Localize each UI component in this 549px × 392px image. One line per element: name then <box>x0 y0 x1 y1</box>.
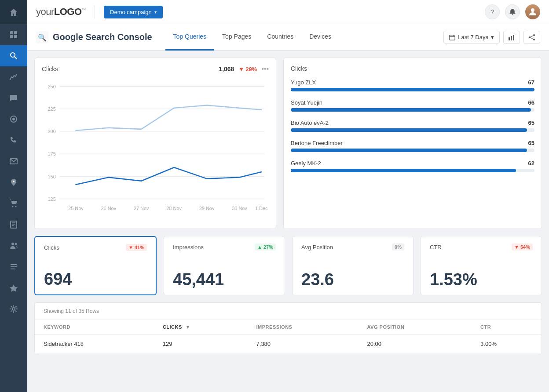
notifications-button[interactable] <box>505 4 520 19</box>
stat-value-ctr: 1.53% <box>430 271 533 288</box>
sidebar-item-chat[interactable] <box>0 87 27 109</box>
bar-fill <box>291 149 527 152</box>
campaign-button[interactable]: Demo campaign ▾ <box>104 6 163 18</box>
svg-text:27 Nov: 27 Nov <box>134 206 149 211</box>
bar-fill <box>291 128 527 132</box>
topbar: yourLOGO™ Demo campaign ▾ ? <box>27 0 549 24</box>
stat-card-avg-position[interactable]: Avg Position 0% 23.6 <box>292 236 414 295</box>
chart-card-header: Clicks 1,068 ▼ 29% ••• <box>42 65 269 73</box>
sidebar-item-seo[interactable] <box>0 109 27 130</box>
topbar-divider <box>95 5 95 18</box>
sidebar-item-location[interactable] <box>0 172 27 193</box>
sidebar-item-phone[interactable] <box>0 130 27 151</box>
svg-text:200: 200 <box>48 129 56 134</box>
svg-point-9 <box>13 181 15 182</box>
sidebar-item-dashboard[interactable] <box>0 24 27 45</box>
stat-value-avg-position: 23.6 <box>301 271 404 288</box>
stat-card-avg-position-header: Avg Position 0% <box>301 243 404 250</box>
svg-text:225: 225 <box>48 106 56 112</box>
chevron-down-icon: ▾ <box>491 34 494 40</box>
sidebar-item-cart[interactable] <box>0 193 27 214</box>
logo-text: yourLOGO™ <box>36 6 86 18</box>
bar-fill <box>291 169 516 172</box>
cell-keyword: Sidetracker 418 <box>35 334 154 354</box>
sidebar-item-report[interactable] <box>0 214 27 235</box>
svg-point-35 <box>533 39 535 40</box>
sidebar-item-settings[interactable] <box>0 298 27 319</box>
svg-marker-21 <box>10 284 18 292</box>
arrow-down-icon: ▼ <box>238 66 244 73</box>
svg-rect-26 <box>450 35 455 40</box>
stat-badge-impressions: ▲ 27% <box>255 243 276 250</box>
tab-top-queries[interactable]: Top Queries <box>165 24 214 51</box>
sub-header-right: Last 7 Days ▾ <box>443 31 540 44</box>
sidebar-item-mail[interactable] <box>0 151 27 172</box>
stat-card-clicks[interactable]: Clicks ▼ 41% 694 <box>34 236 157 295</box>
cell-impressions: 7,380 <box>248 334 359 354</box>
stat-card-impressions[interactable]: Impressions ▲ 27% 45,441 <box>164 236 285 295</box>
col-impressions: IMPRESSIONS <box>248 320 359 334</box>
tab-top-pages[interactable]: Top Pages <box>214 24 259 51</box>
chevron-down-icon: ▾ <box>154 10 157 15</box>
logo-area: yourLOGO™ <box>36 6 86 18</box>
svg-text:30 Nov: 30 Nov <box>232 206 247 211</box>
tab-countries[interactable]: Countries <box>259 24 301 51</box>
sidebar-item-analytics[interactable] <box>0 66 27 87</box>
bar-track <box>291 169 534 172</box>
sidebar-item-users[interactable] <box>0 235 27 256</box>
share-icon <box>528 34 535 41</box>
bar-item: Yugo ZLX 67 <box>291 79 534 91</box>
date-filter-button[interactable]: Last 7 Days ▾ <box>443 31 500 44</box>
svg-point-10 <box>12 206 14 207</box>
table-section: Showing 11 of 35 Rows KEYWORD CLICKS ▼ I… <box>34 302 542 354</box>
tab-devices[interactable]: Devices <box>301 24 339 51</box>
bar-track <box>291 108 534 112</box>
sidebar-item-plugin[interactable] <box>0 277 27 298</box>
sidebar-home[interactable] <box>0 0 27 24</box>
avatar[interactable] <box>525 4 540 19</box>
svg-rect-30 <box>509 37 510 40</box>
more-options-button[interactable]: ••• <box>261 65 269 73</box>
table-header-row: KEYWORD CLICKS ▼ IMPRESSIONS AVG POSITIO… <box>35 320 542 334</box>
svg-line-37 <box>531 37 533 39</box>
svg-text:175: 175 <box>48 151 56 156</box>
svg-rect-0 <box>10 31 13 34</box>
svg-text:150: 150 <box>48 174 56 179</box>
topbar-right: ? <box>485 4 540 19</box>
bar-item: Soyat Yuejin 66 <box>291 99 534 112</box>
share-button[interactable] <box>523 31 540 44</box>
stats-row: Clicks ▼ 41% 694 Impressions ▲ 27% 45,44… <box>34 236 542 295</box>
bar-item: Geely MK-2 62 <box>291 160 534 172</box>
svg-rect-2 <box>10 35 13 38</box>
chart-view-button[interactable] <box>503 31 520 44</box>
svg-text:25 Nov: 25 Nov <box>68 206 84 211</box>
clicks-bar-card: Clicks Yugo ZLX 67 <box>283 58 542 229</box>
stat-card-ctr[interactable]: CTR ▼ 54% 1.53% <box>421 236 542 295</box>
clicks-chart-card: Clicks 1,068 ▼ 29% ••• <box>34 58 276 229</box>
svg-text:1 Dec: 1 Dec <box>255 206 268 211</box>
cell-ctr: 3.00% <box>472 334 542 354</box>
svg-text:28 Nov: 28 Nov <box>166 206 182 211</box>
svg-point-7 <box>12 118 15 120</box>
svg-rect-31 <box>511 36 512 40</box>
svg-line-5 <box>15 57 17 59</box>
svg-rect-3 <box>14 35 17 38</box>
sort-icon: ▼ <box>185 324 190 330</box>
bar-card-title: Clicks <box>291 65 307 72</box>
col-clicks[interactable]: CLICKS ▼ <box>154 320 248 334</box>
bar-track <box>291 149 534 152</box>
table-info: Showing 11 of 35 Rows <box>35 303 542 320</box>
chart-value: 1,068 <box>219 65 234 73</box>
bar-fill <box>291 108 531 112</box>
sidebar-item-search[interactable] <box>0 45 27 66</box>
svg-rect-12 <box>11 221 17 228</box>
sidebar-item-list[interactable] <box>0 256 27 277</box>
svg-point-16 <box>11 243 14 245</box>
help-button[interactable]: ? <box>485 4 500 19</box>
stat-value-impressions: 45,441 <box>173 271 276 288</box>
stat-badge-clicks: ▼ 41% <box>126 244 147 251</box>
bar-item: Bio Auto evA-2 65 <box>291 120 534 132</box>
main-area: yourLOGO™ Demo campaign ▾ ? 🔍 <box>27 0 549 392</box>
svg-text:125: 125 <box>48 196 56 202</box>
top-row: Clicks 1,068 ▼ 29% ••• <box>34 58 542 229</box>
